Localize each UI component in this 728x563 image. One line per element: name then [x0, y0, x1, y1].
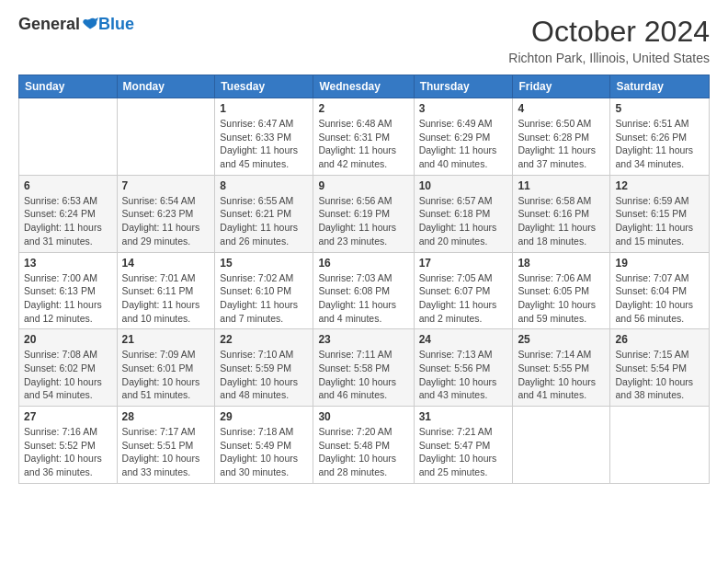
- table-row: 7Sunrise: 6:54 AM Sunset: 6:23 PM Daylig…: [117, 175, 215, 252]
- header-saturday: Saturday: [610, 75, 710, 98]
- table-row: 24Sunrise: 7:13 AM Sunset: 5:56 PM Dayli…: [414, 329, 513, 407]
- table-row: 26Sunrise: 7:15 AM Sunset: 5:54 PM Dayli…: [610, 329, 710, 407]
- table-row: 23Sunrise: 7:11 AM Sunset: 5:58 PM Dayli…: [313, 329, 414, 407]
- day-number: 19: [615, 257, 704, 270]
- day-info: Sunrise: 7:16 AM Sunset: 5:52 PM Dayligh…: [24, 425, 112, 479]
- day-number: 8: [220, 179, 308, 192]
- table-row: 9Sunrise: 6:56 AM Sunset: 6:19 PM Daylig…: [313, 175, 414, 252]
- day-number: 14: [122, 257, 210, 270]
- header-thursday: Thursday: [414, 75, 513, 98]
- day-number: 13: [24, 257, 112, 270]
- table-row: 12Sunrise: 6:59 AM Sunset: 6:15 PM Dayli…: [610, 175, 710, 252]
- day-number: 29: [220, 410, 308, 423]
- table-row: [117, 98, 215, 176]
- table-row: 30Sunrise: 7:20 AM Sunset: 5:48 PM Dayli…: [313, 407, 414, 484]
- day-number: 25: [518, 333, 605, 346]
- day-info: Sunrise: 7:08 AM Sunset: 6:02 PM Dayligh…: [24, 348, 112, 402]
- header-sunday: Sunday: [19, 75, 118, 98]
- day-number: 3: [419, 102, 508, 115]
- day-info: Sunrise: 7:13 AM Sunset: 5:56 PM Dayligh…: [419, 348, 508, 402]
- day-number: 4: [518, 102, 605, 115]
- day-info: Sunrise: 7:05 AM Sunset: 6:07 PM Dayligh…: [419, 271, 508, 326]
- table-row: 8Sunrise: 6:55 AM Sunset: 6:21 PM Daylig…: [215, 175, 313, 252]
- day-info: Sunrise: 6:49 AM Sunset: 6:29 PM Dayligh…: [419, 117, 508, 171]
- day-number: 12: [615, 179, 704, 192]
- day-info: Sunrise: 7:00 AM Sunset: 6:13 PM Dayligh…: [24, 271, 112, 326]
- table-row: 13Sunrise: 7:00 AM Sunset: 6:13 PM Dayli…: [19, 252, 118, 329]
- day-number: 11: [518, 179, 605, 192]
- day-number: 26: [615, 333, 704, 346]
- day-info: Sunrise: 7:20 AM Sunset: 5:48 PM Dayligh…: [318, 425, 408, 479]
- day-info: Sunrise: 7:07 AM Sunset: 6:04 PM Dayligh…: [615, 271, 704, 326]
- day-info: Sunrise: 7:21 AM Sunset: 5:47 PM Dayligh…: [419, 425, 508, 479]
- day-info: Sunrise: 6:54 AM Sunset: 6:23 PM Dayligh…: [122, 194, 210, 248]
- day-number: 2: [318, 102, 408, 115]
- logo-general: General: [18, 15, 80, 34]
- table-row: 19Sunrise: 7:07 AM Sunset: 6:04 PM Dayli…: [610, 252, 710, 329]
- day-info: Sunrise: 6:48 AM Sunset: 6:31 PM Dayligh…: [318, 117, 408, 171]
- page: General Blue October 2024 Richton Park, …: [0, 0, 728, 563]
- calendar-week-4: 20Sunrise: 7:08 AM Sunset: 6:02 PM Dayli…: [19, 329, 710, 407]
- day-info: Sunrise: 7:15 AM Sunset: 5:54 PM Dayligh…: [615, 348, 704, 402]
- header: General Blue October 2024 Richton Park, …: [18, 15, 710, 65]
- day-info: Sunrise: 6:55 AM Sunset: 6:21 PM Dayligh…: [220, 194, 308, 248]
- table-row: 10Sunrise: 6:57 AM Sunset: 6:18 PM Dayli…: [414, 175, 513, 252]
- header-friday: Friday: [513, 75, 610, 98]
- table-row: 5Sunrise: 6:51 AM Sunset: 6:26 PM Daylig…: [610, 98, 710, 176]
- day-info: Sunrise: 6:47 AM Sunset: 6:33 PM Dayligh…: [220, 117, 308, 171]
- day-info: Sunrise: 7:14 AM Sunset: 5:55 PM Dayligh…: [518, 348, 605, 402]
- day-info: Sunrise: 7:10 AM Sunset: 5:59 PM Dayligh…: [220, 348, 308, 402]
- table-row: 16Sunrise: 7:03 AM Sunset: 6:08 PM Dayli…: [313, 252, 414, 329]
- table-row: 2Sunrise: 6:48 AM Sunset: 6:31 PM Daylig…: [313, 98, 414, 176]
- calendar-week-1: 1Sunrise: 6:47 AM Sunset: 6:33 PM Daylig…: [19, 98, 710, 176]
- day-number: 6: [24, 179, 112, 192]
- day-info: Sunrise: 6:56 AM Sunset: 6:19 PM Dayligh…: [318, 194, 408, 248]
- header-monday: Monday: [117, 75, 215, 98]
- day-number: 18: [518, 257, 605, 270]
- day-info: Sunrise: 7:06 AM Sunset: 6:05 PM Dayligh…: [518, 271, 605, 326]
- table-row: 18Sunrise: 7:06 AM Sunset: 6:05 PM Dayli…: [513, 252, 610, 329]
- table-row: 6Sunrise: 6:53 AM Sunset: 6:24 PM Daylig…: [19, 175, 118, 252]
- day-info: Sunrise: 6:51 AM Sunset: 6:26 PM Dayligh…: [615, 117, 704, 171]
- calendar-week-2: 6Sunrise: 6:53 AM Sunset: 6:24 PM Daylig…: [19, 175, 710, 252]
- table-row: 21Sunrise: 7:09 AM Sunset: 6:01 PM Dayli…: [117, 329, 215, 407]
- calendar-week-3: 13Sunrise: 7:00 AM Sunset: 6:13 PM Dayli…: [19, 252, 710, 329]
- day-number: 1: [220, 102, 308, 115]
- table-row: 15Sunrise: 7:02 AM Sunset: 6:10 PM Dayli…: [215, 252, 313, 329]
- day-number: 5: [615, 102, 704, 115]
- day-number: 10: [419, 179, 508, 192]
- day-info: Sunrise: 6:57 AM Sunset: 6:18 PM Dayligh…: [419, 194, 508, 248]
- logo: General Blue: [18, 15, 134, 34]
- title-block: October 2024 Richton Park, Illinois, Uni…: [508, 15, 710, 65]
- day-info: Sunrise: 6:59 AM Sunset: 6:15 PM Dayligh…: [615, 194, 704, 248]
- table-row: 31Sunrise: 7:21 AM Sunset: 5:47 PM Dayli…: [414, 407, 513, 484]
- table-row: 17Sunrise: 7:05 AM Sunset: 6:07 PM Dayli…: [414, 252, 513, 329]
- calendar-header-row: Sunday Monday Tuesday Wednesday Thursday…: [19, 75, 710, 98]
- day-number: 9: [318, 179, 408, 192]
- calendar-week-5: 27Sunrise: 7:16 AM Sunset: 5:52 PM Dayli…: [19, 407, 710, 484]
- logo-bird-icon: [82, 17, 98, 33]
- table-row: 11Sunrise: 6:58 AM Sunset: 6:16 PM Dayli…: [513, 175, 610, 252]
- logo-blue: Blue: [98, 15, 134, 34]
- table-row: [19, 98, 118, 176]
- day-number: 20: [24, 333, 112, 346]
- day-number: 31: [419, 410, 508, 423]
- day-info: Sunrise: 7:18 AM Sunset: 5:49 PM Dayligh…: [220, 425, 308, 479]
- day-number: 24: [419, 333, 508, 346]
- day-number: 28: [122, 410, 210, 423]
- table-row: [610, 407, 710, 484]
- table-row: 22Sunrise: 7:10 AM Sunset: 5:59 PM Dayli…: [215, 329, 313, 407]
- day-info: Sunrise: 6:50 AM Sunset: 6:28 PM Dayligh…: [518, 117, 605, 171]
- table-row: 1Sunrise: 6:47 AM Sunset: 6:33 PM Daylig…: [215, 98, 313, 176]
- day-info: Sunrise: 7:09 AM Sunset: 6:01 PM Dayligh…: [122, 348, 210, 402]
- table-row: 20Sunrise: 7:08 AM Sunset: 6:02 PM Dayli…: [19, 329, 118, 407]
- header-tuesday: Tuesday: [215, 75, 313, 98]
- table-row: 3Sunrise: 6:49 AM Sunset: 6:29 PM Daylig…: [414, 98, 513, 176]
- day-number: 30: [318, 410, 408, 423]
- day-info: Sunrise: 7:02 AM Sunset: 6:10 PM Dayligh…: [220, 271, 308, 326]
- table-row: 29Sunrise: 7:18 AM Sunset: 5:49 PM Dayli…: [215, 407, 313, 484]
- day-number: 7: [122, 179, 210, 192]
- day-info: Sunrise: 7:11 AM Sunset: 5:58 PM Dayligh…: [318, 348, 408, 402]
- table-row: 25Sunrise: 7:14 AM Sunset: 5:55 PM Dayli…: [513, 329, 610, 407]
- month-title: October 2024: [508, 15, 710, 49]
